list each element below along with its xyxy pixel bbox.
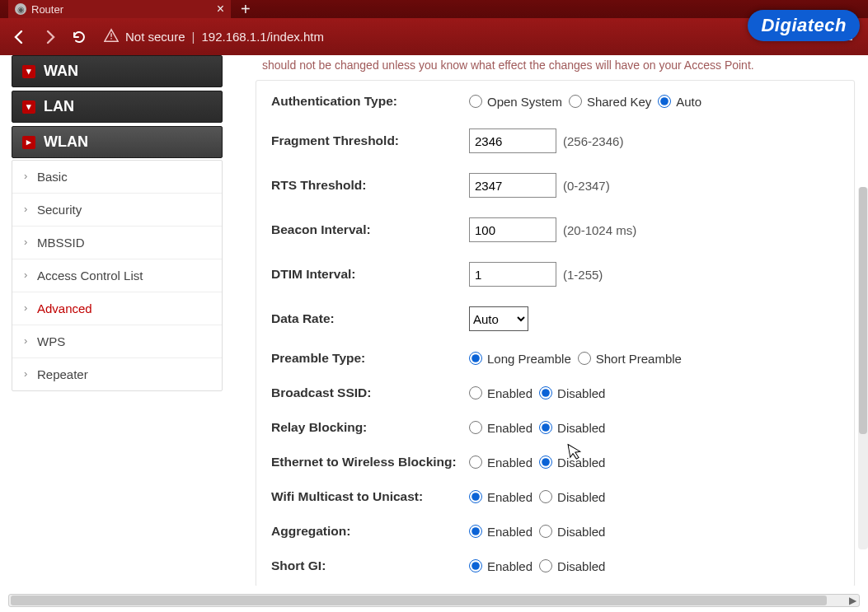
- row-aggregation: Aggregation: Enabled Disabled: [256, 514, 854, 549]
- reload-icon: [71, 29, 87, 45]
- close-icon[interactable]: ×: [217, 2, 224, 16]
- rts-input[interactable]: [469, 173, 556, 198]
- arrow-left-icon: [12, 29, 28, 45]
- fragment-input[interactable]: [469, 128, 556, 153]
- scroll-thumb[interactable]: [859, 187, 867, 434]
- watermark-logo: Digiatech: [748, 10, 860, 41]
- auth-shared[interactable]: Shared Key: [569, 95, 651, 109]
- row-broadcast-ssid: Broadcast SSID: Enabled Disabled: [256, 376, 854, 410]
- logo-text: Digiatech: [761, 15, 847, 36]
- row-beacon: Beacon Interval: (20-1024 ms): [256, 208, 854, 252]
- preamble-long[interactable]: Long Preamble: [469, 352, 571, 366]
- row-eth-wireless-block: Ethernet to Wireless Blocking: Enabled D…: [256, 445, 854, 479]
- arrow-right-icon: [41, 29, 58, 45]
- hint-text: should not be changed unless you know wh…: [256, 55, 855, 80]
- warning-icon: [104, 28, 119, 46]
- forward-button[interactable]: [36, 24, 63, 50]
- main-panel: should not be changed unless you know wh…: [247, 55, 863, 586]
- row-datarate: Data Rate: Auto: [256, 297, 854, 341]
- datarate-select[interactable]: Auto: [469, 306, 528, 331]
- vertical-scrollbar[interactable]: [858, 187, 868, 549]
- preamble-short[interactable]: Short Preamble: [578, 352, 682, 366]
- new-tab-button[interactable]: +: [231, 0, 260, 19]
- dtim-input[interactable]: [469, 262, 556, 287]
- address-bar[interactable]: Not secure | 192.168.1.1/index.htm: [96, 24, 828, 50]
- mcast-disabled[interactable]: Disabled: [539, 490, 605, 504]
- chevron-right-icon[interactable]: ▶: [849, 595, 856, 606]
- beacon-input[interactable]: [469, 217, 556, 242]
- row-shortgi: Short GI: Enabled Disabled: [256, 549, 854, 583]
- row-preamble: Preamble Type: Long Preamble Short Pream…: [256, 341, 854, 376]
- svg-rect-1: [110, 38, 111, 39]
- sidebar-item-basic[interactable]: Basic: [12, 161, 222, 194]
- row-fragment: Fragment Threshold: (256-2346): [256, 119, 854, 163]
- svg-rect-0: [110, 33, 111, 37]
- not-secure-label: Not secure: [125, 30, 185, 44]
- reload-button[interactable]: [66, 24, 92, 50]
- eth2w-enabled[interactable]: Enabled: [469, 455, 533, 470]
- sidebar: ▾ WAN ▾ LAN ▸ WLAN Basic Security MBSSID…: [12, 55, 223, 395]
- row-relay: Relay Blocking: Enabled Disabled: [256, 410, 854, 445]
- row-dtim: DTIM Interval: (1-255): [256, 252, 854, 297]
- nav-label: LAN: [44, 98, 74, 115]
- globe-icon: ◉: [15, 3, 26, 15]
- row-multicast: Wifi Multicast to Unicast: Enabled Disab…: [256, 479, 854, 514]
- row-auth-type: Authentication Type: Open System Shared …: [256, 84, 854, 119]
- chevron-down-icon: ▾: [22, 65, 35, 78]
- auth-auto[interactable]: Auto: [658, 95, 701, 109]
- chevron-right-icon: ▸: [22, 136, 35, 149]
- mcast-enabled[interactable]: Enabled: [469, 490, 533, 504]
- aggr-disabled[interactable]: Disabled: [539, 525, 605, 539]
- browser-tab-bar: ◉ Router × +: [0, 0, 868, 18]
- back-button[interactable]: [7, 24, 33, 50]
- relay-enabled[interactable]: Enabled: [469, 421, 533, 435]
- relay-disabled[interactable]: Disabled: [539, 421, 605, 435]
- sidebar-item-advanced[interactable]: Advanced: [12, 292, 222, 325]
- browser-toolbar: Not secure | 192.168.1.1/index.htm: [0, 18, 868, 55]
- auth-open[interactable]: Open System: [469, 95, 562, 109]
- shortgi-enabled[interactable]: Enabled: [469, 559, 533, 573]
- advanced-form: Authentication Type: Open System Shared …: [256, 80, 855, 586]
- shortgi-disabled[interactable]: Disabled: [539, 559, 605, 573]
- chevron-down-icon: ▾: [22, 100, 35, 114]
- sidebar-item-mbssid[interactable]: MBSSID: [12, 227, 222, 259]
- nav-label: WAN: [44, 63, 78, 80]
- sidebar-section-wlan[interactable]: ▸ WLAN: [12, 126, 223, 158]
- sidebar-item-acl[interactable]: Access Control List: [12, 259, 222, 292]
- horizontal-scrollbar[interactable]: ▶: [8, 594, 860, 607]
- page-content: ▾ WAN ▾ LAN ▸ WLAN Basic Security MBSSID…: [0, 55, 868, 612]
- sidebar-section-wan[interactable]: ▾ WAN: [12, 55, 223, 87]
- separator: |: [192, 30, 195, 44]
- sidebar-section-lan[interactable]: ▾ LAN: [12, 91, 223, 123]
- sidebar-item-repeater[interactable]: Repeater: [12, 358, 222, 390]
- row-rts: RTS Threshold: (0-2347): [256, 163, 854, 208]
- eth2w-disabled[interactable]: Disabled: [539, 455, 605, 470]
- sidebar-item-security[interactable]: Security: [12, 194, 222, 227]
- nav-label: WLAN: [44, 133, 88, 151]
- scroll-thumb[interactable]: [11, 596, 827, 605]
- tab-title: Router: [31, 3, 63, 16]
- sidebar-item-wps[interactable]: WPS: [12, 325, 222, 358]
- bssid-enabled[interactable]: Enabled: [469, 386, 533, 400]
- sidebar-submenu-wlan: Basic Security MBSSID Access Control Lis…: [12, 160, 223, 391]
- aggr-enabled[interactable]: Enabled: [469, 525, 533, 539]
- bssid-disabled[interactable]: Disabled: [539, 386, 605, 400]
- url-text: 192.168.1.1/index.htm: [201, 30, 323, 44]
- browser-tab[interactable]: ◉ Router ×: [8, 0, 231, 18]
